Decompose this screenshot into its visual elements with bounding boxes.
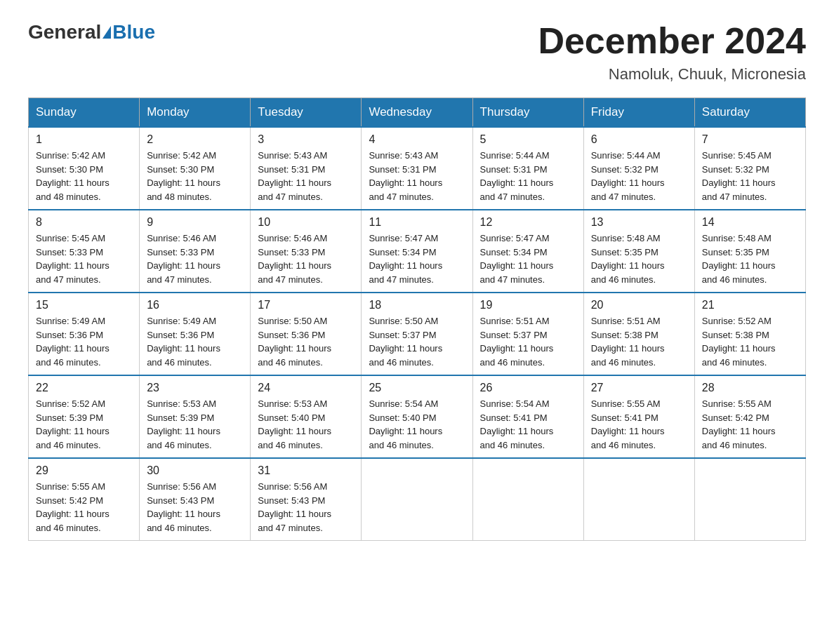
week-row-3: 15Sunrise: 5:49 AMSunset: 5:36 PMDayligh… bbox=[29, 293, 806, 375]
calendar-cell: 11Sunrise: 5:47 AMSunset: 5:34 PMDayligh… bbox=[362, 210, 472, 293]
calendar-cell: 1Sunrise: 5:42 AMSunset: 5:30 PMDaylight… bbox=[29, 127, 140, 210]
calendar-cell: 16Sunrise: 5:49 AMSunset: 5:36 PMDayligh… bbox=[140, 293, 251, 375]
day-info: Sunrise: 5:47 AMSunset: 5:34 PMDaylight:… bbox=[480, 232, 576, 286]
day-number: 3 bbox=[258, 133, 354, 146]
calendar-cell: 10Sunrise: 5:46 AMSunset: 5:33 PMDayligh… bbox=[251, 210, 362, 293]
calendar-title: December 2024 bbox=[538, 21, 806, 61]
calendar-cell: 13Sunrise: 5:48 AMSunset: 5:35 PMDayligh… bbox=[583, 210, 694, 293]
day-info: Sunrise: 5:55 AMSunset: 5:42 PMDaylight:… bbox=[36, 480, 132, 535]
calendar-cell bbox=[362, 458, 472, 541]
day-number: 11 bbox=[369, 216, 465, 229]
calendar-cell: 9Sunrise: 5:46 AMSunset: 5:33 PMDaylight… bbox=[140, 210, 251, 293]
calendar-subtitle: Namoluk, Chuuk, Micronesia bbox=[538, 65, 806, 83]
week-row-2: 8Sunrise: 5:45 AMSunset: 5:33 PMDaylight… bbox=[29, 210, 806, 293]
calendar-cell bbox=[583, 458, 694, 541]
day-info: Sunrise: 5:48 AMSunset: 5:35 PMDaylight:… bbox=[591, 232, 687, 286]
day-info: Sunrise: 5:45 AMSunset: 5:33 PMDaylight:… bbox=[36, 232, 132, 286]
calendar-cell: 30Sunrise: 5:56 AMSunset: 5:43 PMDayligh… bbox=[140, 458, 251, 541]
day-info: Sunrise: 5:46 AMSunset: 5:33 PMDaylight:… bbox=[258, 232, 354, 286]
calendar-cell: 31Sunrise: 5:56 AMSunset: 5:43 PMDayligh… bbox=[251, 458, 362, 541]
day-number: 13 bbox=[591, 216, 687, 229]
calendar-cell: 2Sunrise: 5:42 AMSunset: 5:30 PMDaylight… bbox=[140, 127, 251, 210]
day-info: Sunrise: 5:46 AMSunset: 5:33 PMDaylight:… bbox=[147, 232, 243, 286]
column-header-monday: Monday bbox=[140, 98, 251, 128]
day-info: Sunrise: 5:54 AMSunset: 5:41 PMDaylight:… bbox=[480, 397, 576, 452]
day-info: Sunrise: 5:56 AMSunset: 5:43 PMDaylight:… bbox=[258, 480, 354, 535]
day-number: 31 bbox=[258, 464, 354, 477]
day-info: Sunrise: 5:45 AMSunset: 5:32 PMDaylight:… bbox=[702, 149, 798, 203]
column-header-wednesday: Wednesday bbox=[362, 98, 472, 128]
calendar-cell: 29Sunrise: 5:55 AMSunset: 5:42 PMDayligh… bbox=[29, 458, 140, 541]
day-number: 25 bbox=[369, 382, 465, 394]
day-info: Sunrise: 5:44 AMSunset: 5:31 PMDaylight:… bbox=[480, 149, 576, 203]
day-info: Sunrise: 5:55 AMSunset: 5:42 PMDaylight:… bbox=[702, 397, 798, 452]
calendar-cell: 27Sunrise: 5:55 AMSunset: 5:41 PMDayligh… bbox=[583, 375, 694, 458]
day-info: Sunrise: 5:49 AMSunset: 5:36 PMDaylight:… bbox=[36, 314, 132, 369]
day-number: 22 bbox=[36, 382, 132, 394]
day-number: 8 bbox=[36, 216, 132, 229]
day-info: Sunrise: 5:50 AMSunset: 5:36 PMDaylight:… bbox=[258, 314, 354, 369]
day-number: 17 bbox=[258, 299, 354, 311]
week-row-5: 29Sunrise: 5:55 AMSunset: 5:42 PMDayligh… bbox=[29, 458, 806, 541]
day-info: Sunrise: 5:50 AMSunset: 5:37 PMDaylight:… bbox=[369, 314, 465, 369]
day-info: Sunrise: 5:52 AMSunset: 5:39 PMDaylight:… bbox=[36, 397, 132, 452]
calendar-cell: 21Sunrise: 5:52 AMSunset: 5:38 PMDayligh… bbox=[694, 293, 805, 375]
day-number: 27 bbox=[591, 382, 687, 394]
day-info: Sunrise: 5:51 AMSunset: 5:37 PMDaylight:… bbox=[480, 314, 576, 369]
day-number: 15 bbox=[36, 299, 132, 311]
day-info: Sunrise: 5:54 AMSunset: 5:40 PMDaylight:… bbox=[369, 397, 465, 452]
day-info: Sunrise: 5:53 AMSunset: 5:40 PMDaylight:… bbox=[258, 397, 354, 452]
day-info: Sunrise: 5:44 AMSunset: 5:32 PMDaylight:… bbox=[591, 149, 687, 203]
calendar-cell: 18Sunrise: 5:50 AMSunset: 5:37 PMDayligh… bbox=[362, 293, 472, 375]
day-number: 2 bbox=[147, 133, 243, 146]
calendar-cell: 22Sunrise: 5:52 AMSunset: 5:39 PMDayligh… bbox=[29, 375, 140, 458]
day-number: 4 bbox=[369, 133, 465, 146]
calendar-cell: 6Sunrise: 5:44 AMSunset: 5:32 PMDaylight… bbox=[583, 127, 694, 210]
day-info: Sunrise: 5:53 AMSunset: 5:39 PMDaylight:… bbox=[147, 397, 243, 452]
calendar-cell: 15Sunrise: 5:49 AMSunset: 5:36 PMDayligh… bbox=[29, 293, 140, 375]
calendar-table: SundayMondayTuesdayWednesdayThursdayFrid… bbox=[28, 98, 806, 541]
day-number: 10 bbox=[258, 216, 354, 229]
logo: General Blue bbox=[28, 21, 155, 43]
day-number: 24 bbox=[258, 382, 354, 394]
calendar-cell: 23Sunrise: 5:53 AMSunset: 5:39 PMDayligh… bbox=[140, 375, 251, 458]
day-number: 30 bbox=[147, 464, 243, 477]
day-info: Sunrise: 5:52 AMSunset: 5:38 PMDaylight:… bbox=[702, 314, 798, 369]
week-row-4: 22Sunrise: 5:52 AMSunset: 5:39 PMDayligh… bbox=[29, 375, 806, 458]
column-header-sunday: Sunday bbox=[29, 98, 140, 128]
day-number: 5 bbox=[480, 133, 576, 146]
day-number: 19 bbox=[480, 299, 576, 311]
day-number: 1 bbox=[36, 133, 132, 146]
day-info: Sunrise: 5:47 AMSunset: 5:34 PMDaylight:… bbox=[369, 232, 465, 286]
calendar-cell: 5Sunrise: 5:44 AMSunset: 5:31 PMDaylight… bbox=[472, 127, 583, 210]
day-info: Sunrise: 5:42 AMSunset: 5:30 PMDaylight:… bbox=[36, 149, 132, 203]
calendar-cell: 26Sunrise: 5:54 AMSunset: 5:41 PMDayligh… bbox=[472, 375, 583, 458]
day-number: 16 bbox=[147, 299, 243, 311]
column-header-thursday: Thursday bbox=[472, 98, 583, 128]
calendar-cell: 25Sunrise: 5:54 AMSunset: 5:40 PMDayligh… bbox=[362, 375, 472, 458]
column-header-saturday: Saturday bbox=[694, 98, 805, 128]
calendar-cell: 24Sunrise: 5:53 AMSunset: 5:40 PMDayligh… bbox=[251, 375, 362, 458]
title-area: December 2024 Namoluk, Chuuk, Micronesia bbox=[538, 21, 806, 83]
calendar-cell: 28Sunrise: 5:55 AMSunset: 5:42 PMDayligh… bbox=[694, 375, 805, 458]
page-header: General Blue December 2024 Namoluk, Chuu… bbox=[28, 21, 806, 83]
calendar-cell: 14Sunrise: 5:48 AMSunset: 5:35 PMDayligh… bbox=[694, 210, 805, 293]
day-number: 12 bbox=[480, 216, 576, 229]
header-row: SundayMondayTuesdayWednesdayThursdayFrid… bbox=[29, 98, 806, 128]
day-number: 26 bbox=[480, 382, 576, 394]
day-info: Sunrise: 5:56 AMSunset: 5:43 PMDaylight:… bbox=[147, 480, 243, 535]
logo-general-text: General bbox=[28, 21, 101, 43]
day-number: 6 bbox=[591, 133, 687, 146]
day-number: 9 bbox=[147, 216, 243, 229]
calendar-cell: 4Sunrise: 5:43 AMSunset: 5:31 PMDaylight… bbox=[362, 127, 472, 210]
day-number: 14 bbox=[702, 216, 798, 229]
day-info: Sunrise: 5:43 AMSunset: 5:31 PMDaylight:… bbox=[258, 149, 354, 203]
day-number: 7 bbox=[702, 133, 798, 146]
day-info: Sunrise: 5:43 AMSunset: 5:31 PMDaylight:… bbox=[369, 149, 465, 203]
day-info: Sunrise: 5:55 AMSunset: 5:41 PMDaylight:… bbox=[591, 397, 687, 452]
day-number: 20 bbox=[591, 299, 687, 311]
calendar-cell: 7Sunrise: 5:45 AMSunset: 5:32 PMDaylight… bbox=[694, 127, 805, 210]
calendar-cell bbox=[694, 458, 805, 541]
day-info: Sunrise: 5:49 AMSunset: 5:36 PMDaylight:… bbox=[147, 314, 243, 369]
calendar-cell: 19Sunrise: 5:51 AMSunset: 5:37 PMDayligh… bbox=[472, 293, 583, 375]
